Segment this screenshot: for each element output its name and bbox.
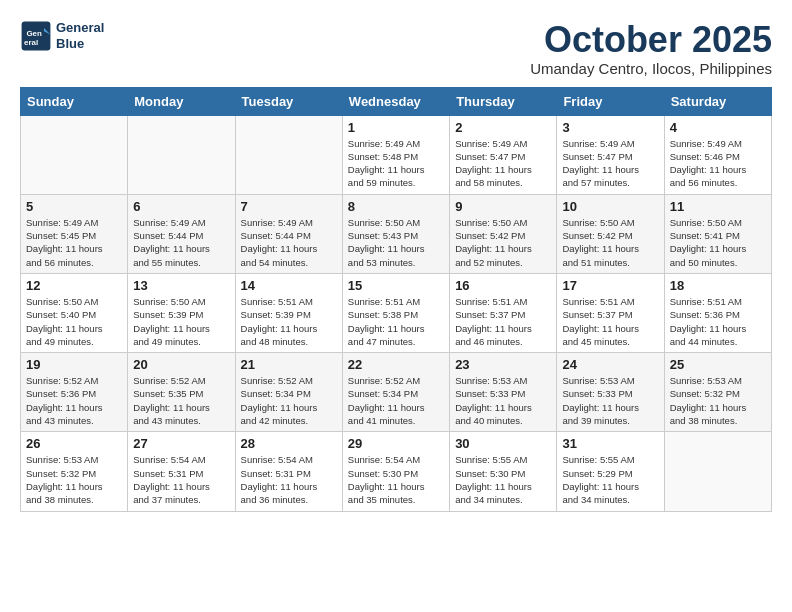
- location-title: Umanday Centro, Ilocos, Philippines: [530, 60, 772, 77]
- day-info: Sunrise: 5:55 AM Sunset: 5:29 PM Dayligh…: [562, 453, 658, 506]
- day-info: Sunrise: 5:54 AM Sunset: 5:31 PM Dayligh…: [133, 453, 229, 506]
- svg-text:eral: eral: [24, 38, 38, 47]
- day-number: 26: [26, 436, 122, 451]
- day-number: 7: [241, 199, 337, 214]
- day-info: Sunrise: 5:51 AM Sunset: 5:38 PM Dayligh…: [348, 295, 444, 348]
- svg-text:Gen: Gen: [26, 29, 42, 38]
- weekday-header-tuesday: Tuesday: [235, 87, 342, 115]
- day-number: 4: [670, 120, 766, 135]
- day-number: 9: [455, 199, 551, 214]
- calendar-cell: 10Sunrise: 5:50 AM Sunset: 5:42 PM Dayli…: [557, 194, 664, 273]
- day-number: 22: [348, 357, 444, 372]
- logo-icon: Gen eral: [20, 20, 52, 52]
- day-info: Sunrise: 5:53 AM Sunset: 5:33 PM Dayligh…: [562, 374, 658, 427]
- day-number: 30: [455, 436, 551, 451]
- calendar-cell: 30Sunrise: 5:55 AM Sunset: 5:30 PM Dayli…: [450, 432, 557, 511]
- calendar-cell: 18Sunrise: 5:51 AM Sunset: 5:36 PM Dayli…: [664, 273, 771, 352]
- day-info: Sunrise: 5:50 AM Sunset: 5:41 PM Dayligh…: [670, 216, 766, 269]
- day-info: Sunrise: 5:53 AM Sunset: 5:32 PM Dayligh…: [670, 374, 766, 427]
- title-area: October 2025 Umanday Centro, Ilocos, Phi…: [530, 20, 772, 77]
- weekday-header-thursday: Thursday: [450, 87, 557, 115]
- day-info: Sunrise: 5:50 AM Sunset: 5:40 PM Dayligh…: [26, 295, 122, 348]
- calendar-cell: 28Sunrise: 5:54 AM Sunset: 5:31 PM Dayli…: [235, 432, 342, 511]
- calendar-cell: [235, 115, 342, 194]
- weekday-header-wednesday: Wednesday: [342, 87, 449, 115]
- day-number: 13: [133, 278, 229, 293]
- calendar-cell: 26Sunrise: 5:53 AM Sunset: 5:32 PM Dayli…: [21, 432, 128, 511]
- calendar-cell: 2Sunrise: 5:49 AM Sunset: 5:47 PM Daylig…: [450, 115, 557, 194]
- day-number: 1: [348, 120, 444, 135]
- day-number: 16: [455, 278, 551, 293]
- calendar-cell: [21, 115, 128, 194]
- logo-text: General Blue: [56, 20, 104, 51]
- day-info: Sunrise: 5:49 AM Sunset: 5:47 PM Dayligh…: [455, 137, 551, 190]
- day-number: 19: [26, 357, 122, 372]
- day-info: Sunrise: 5:52 AM Sunset: 5:36 PM Dayligh…: [26, 374, 122, 427]
- day-info: Sunrise: 5:50 AM Sunset: 5:39 PM Dayligh…: [133, 295, 229, 348]
- calendar-cell: 4Sunrise: 5:49 AM Sunset: 5:46 PM Daylig…: [664, 115, 771, 194]
- day-number: 11: [670, 199, 766, 214]
- day-number: 6: [133, 199, 229, 214]
- calendar-cell: 5Sunrise: 5:49 AM Sunset: 5:45 PM Daylig…: [21, 194, 128, 273]
- calendar-cell: 16Sunrise: 5:51 AM Sunset: 5:37 PM Dayli…: [450, 273, 557, 352]
- calendar-cell: [128, 115, 235, 194]
- calendar-cell: 9Sunrise: 5:50 AM Sunset: 5:42 PM Daylig…: [450, 194, 557, 273]
- calendar-cell: 27Sunrise: 5:54 AM Sunset: 5:31 PM Dayli…: [128, 432, 235, 511]
- calendar-cell: 13Sunrise: 5:50 AM Sunset: 5:39 PM Dayli…: [128, 273, 235, 352]
- calendar-cell: 23Sunrise: 5:53 AM Sunset: 5:33 PM Dayli…: [450, 353, 557, 432]
- day-info: Sunrise: 5:50 AM Sunset: 5:43 PM Dayligh…: [348, 216, 444, 269]
- weekday-header-sunday: Sunday: [21, 87, 128, 115]
- day-number: 31: [562, 436, 658, 451]
- calendar-cell: 7Sunrise: 5:49 AM Sunset: 5:44 PM Daylig…: [235, 194, 342, 273]
- day-number: 18: [670, 278, 766, 293]
- day-number: 29: [348, 436, 444, 451]
- calendar-cell: 17Sunrise: 5:51 AM Sunset: 5:37 PM Dayli…: [557, 273, 664, 352]
- calendar-cell: 19Sunrise: 5:52 AM Sunset: 5:36 PM Dayli…: [21, 353, 128, 432]
- calendar-cell: 6Sunrise: 5:49 AM Sunset: 5:44 PM Daylig…: [128, 194, 235, 273]
- day-number: 2: [455, 120, 551, 135]
- day-number: 3: [562, 120, 658, 135]
- day-info: Sunrise: 5:51 AM Sunset: 5:37 PM Dayligh…: [562, 295, 658, 348]
- day-number: 25: [670, 357, 766, 372]
- day-number: 14: [241, 278, 337, 293]
- day-info: Sunrise: 5:49 AM Sunset: 5:46 PM Dayligh…: [670, 137, 766, 190]
- day-number: 28: [241, 436, 337, 451]
- day-info: Sunrise: 5:52 AM Sunset: 5:35 PM Dayligh…: [133, 374, 229, 427]
- calendar-cell: 25Sunrise: 5:53 AM Sunset: 5:32 PM Dayli…: [664, 353, 771, 432]
- weekday-header-row: SundayMondayTuesdayWednesdayThursdayFrid…: [21, 87, 772, 115]
- page-header: Gen eral General Blue October 2025 Umand…: [20, 20, 772, 77]
- day-number: 20: [133, 357, 229, 372]
- day-number: 23: [455, 357, 551, 372]
- day-info: Sunrise: 5:54 AM Sunset: 5:30 PM Dayligh…: [348, 453, 444, 506]
- calendar-cell: 20Sunrise: 5:52 AM Sunset: 5:35 PM Dayli…: [128, 353, 235, 432]
- day-info: Sunrise: 5:50 AM Sunset: 5:42 PM Dayligh…: [562, 216, 658, 269]
- day-info: Sunrise: 5:52 AM Sunset: 5:34 PM Dayligh…: [241, 374, 337, 427]
- day-info: Sunrise: 5:49 AM Sunset: 5:45 PM Dayligh…: [26, 216, 122, 269]
- calendar-cell: 24Sunrise: 5:53 AM Sunset: 5:33 PM Dayli…: [557, 353, 664, 432]
- day-info: Sunrise: 5:53 AM Sunset: 5:33 PM Dayligh…: [455, 374, 551, 427]
- day-info: Sunrise: 5:50 AM Sunset: 5:42 PM Dayligh…: [455, 216, 551, 269]
- calendar-cell: 12Sunrise: 5:50 AM Sunset: 5:40 PM Dayli…: [21, 273, 128, 352]
- calendar-cell: 8Sunrise: 5:50 AM Sunset: 5:43 PM Daylig…: [342, 194, 449, 273]
- day-number: 12: [26, 278, 122, 293]
- day-info: Sunrise: 5:54 AM Sunset: 5:31 PM Dayligh…: [241, 453, 337, 506]
- weekday-header-saturday: Saturday: [664, 87, 771, 115]
- week-row-5: 26Sunrise: 5:53 AM Sunset: 5:32 PM Dayli…: [21, 432, 772, 511]
- day-number: 8: [348, 199, 444, 214]
- day-info: Sunrise: 5:49 AM Sunset: 5:44 PM Dayligh…: [241, 216, 337, 269]
- calendar-cell: 14Sunrise: 5:51 AM Sunset: 5:39 PM Dayli…: [235, 273, 342, 352]
- calendar-cell: 21Sunrise: 5:52 AM Sunset: 5:34 PM Dayli…: [235, 353, 342, 432]
- day-info: Sunrise: 5:53 AM Sunset: 5:32 PM Dayligh…: [26, 453, 122, 506]
- day-number: 5: [26, 199, 122, 214]
- day-number: 10: [562, 199, 658, 214]
- logo: Gen eral General Blue: [20, 20, 104, 52]
- day-info: Sunrise: 5:49 AM Sunset: 5:47 PM Dayligh…: [562, 137, 658, 190]
- calendar-cell: 29Sunrise: 5:54 AM Sunset: 5:30 PM Dayli…: [342, 432, 449, 511]
- day-info: Sunrise: 5:55 AM Sunset: 5:30 PM Dayligh…: [455, 453, 551, 506]
- calendar-cell: 3Sunrise: 5:49 AM Sunset: 5:47 PM Daylig…: [557, 115, 664, 194]
- day-number: 27: [133, 436, 229, 451]
- weekday-header-monday: Monday: [128, 87, 235, 115]
- calendar: SundayMondayTuesdayWednesdayThursdayFrid…: [20, 87, 772, 512]
- calendar-cell: 1Sunrise: 5:49 AM Sunset: 5:48 PM Daylig…: [342, 115, 449, 194]
- day-info: Sunrise: 5:51 AM Sunset: 5:37 PM Dayligh…: [455, 295, 551, 348]
